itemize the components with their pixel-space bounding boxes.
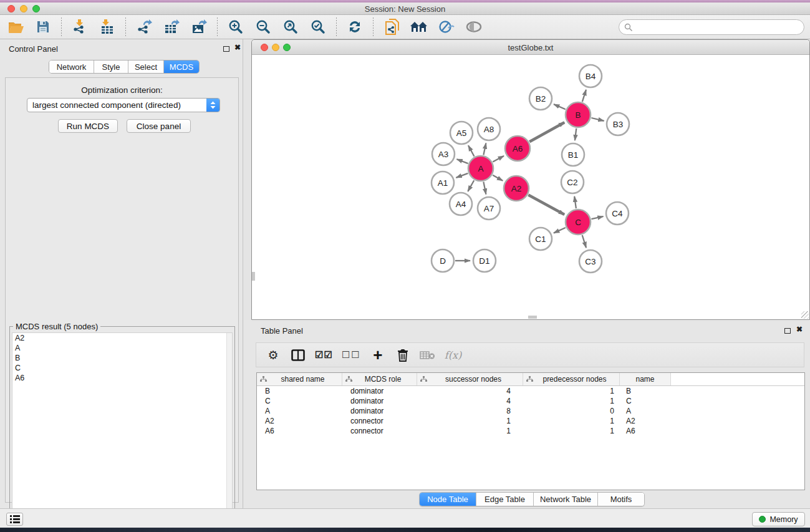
home-view-button[interactable] bbox=[407, 16, 431, 37]
list-item[interactable]: A6 bbox=[12, 373, 232, 383]
zoom-out-button[interactable] bbox=[251, 16, 275, 37]
close-table-panel-icon[interactable]: ✖ bbox=[796, 325, 803, 334]
graph-edge-C-C1[interactable] bbox=[554, 228, 566, 233]
export-network-button[interactable] bbox=[132, 16, 156, 37]
tab-edge-table[interactable]: Edge Table bbox=[476, 493, 534, 506]
function-builder-button[interactable]: f(x) bbox=[445, 346, 461, 364]
graph-edge-C-C3[interactable] bbox=[582, 235, 586, 248]
table-settings-button[interactable]: ⚙ bbox=[265, 346, 281, 364]
column-header-successor-nodes[interactable]: successor nodes bbox=[417, 373, 523, 385]
column-header-name[interactable]: name bbox=[620, 373, 671, 385]
refresh-button[interactable] bbox=[343, 16, 367, 37]
graph-edge-A-A4[interactable] bbox=[468, 180, 474, 191]
toolbar-separator bbox=[373, 17, 374, 36]
graph-edge-B-B1[interactable] bbox=[575, 128, 576, 140]
node-table[interactable]: shared name MCDS role successor nodes pr… bbox=[256, 372, 805, 490]
graph-edge-A-A3[interactable] bbox=[457, 159, 468, 163]
add-row-button[interactable]: + bbox=[370, 346, 386, 364]
column-header-shared-name[interactable]: shared name bbox=[257, 373, 342, 385]
import-network-button[interactable] bbox=[68, 16, 92, 37]
graph-edge-A6-B[interactable] bbox=[529, 122, 564, 142]
export-image-button[interactable] bbox=[187, 16, 211, 37]
graph-edge-C-C4[interactable] bbox=[592, 216, 604, 219]
task-history-button[interactable] bbox=[6, 513, 23, 526]
column-header-predecessor-nodes[interactable]: predecessor nodes bbox=[523, 373, 620, 385]
float-panel-icon[interactable] bbox=[223, 46, 229, 52]
search-field[interactable] bbox=[619, 19, 804, 35]
list-item[interactable]: A2 bbox=[12, 333, 232, 343]
zoom-selected-button[interactable] bbox=[306, 16, 330, 37]
vertical-scroll-indicator[interactable] bbox=[252, 272, 255, 281]
tab-mcds[interactable]: MCDS bbox=[164, 60, 199, 73]
open-session-button[interactable] bbox=[4, 16, 27, 37]
select-all-button[interactable]: ☑☑ bbox=[315, 346, 333, 364]
graph-edge-A-A5[interactable] bbox=[468, 145, 475, 157]
zoom-fit-icon bbox=[282, 19, 299, 35]
export-table-icon bbox=[163, 19, 180, 35]
column-header-mcds-role[interactable]: MCDS role bbox=[342, 373, 417, 385]
mcds-result-list[interactable]: A2 A B C A6 bbox=[12, 332, 233, 532]
tab-network[interactable]: Network bbox=[49, 60, 94, 73]
graph-edge-A2-C[interactable] bbox=[528, 195, 564, 215]
duplicate-network-button[interactable] bbox=[380, 16, 403, 37]
attribute-icon bbox=[345, 376, 352, 382]
list-item[interactable]: A bbox=[12, 343, 232, 353]
float-table-panel-icon[interactable] bbox=[784, 328, 791, 334]
tab-select[interactable]: Select bbox=[128, 60, 164, 73]
table-row[interactable]: C dominator 4 1 C bbox=[257, 396, 804, 406]
list-item[interactable]: B bbox=[12, 353, 232, 363]
graph-edge-B-B3[interactable] bbox=[591, 118, 604, 121]
export-table-button[interactable] bbox=[160, 16, 183, 37]
run-mcds-button[interactable]: Run MCDS bbox=[58, 119, 118, 133]
graph-edge-A-A6[interactable] bbox=[493, 156, 504, 162]
graph-edge-A-A7[interactable] bbox=[483, 182, 486, 195]
criterion-value: largest connected component (directed) bbox=[27, 100, 206, 110]
graph-edge-A-A2[interactable] bbox=[493, 175, 503, 181]
network-canvas[interactable]: B4B2BB3A8A5A6A3B1AC2A1A2A4A7C4CC1DD1C3 bbox=[252, 55, 809, 319]
graph-edge-A-A8[interactable] bbox=[483, 143, 486, 155]
tab-network-table[interactable]: Network Table bbox=[534, 493, 598, 506]
graph-node-label: C4 bbox=[612, 209, 623, 218]
graph-edge-C-C2[interactable] bbox=[574, 196, 576, 208]
deselect-all-button[interactable]: ☐☐ bbox=[342, 346, 361, 364]
resize-grip[interactable] bbox=[801, 311, 809, 319]
control-panel-tabs: Network Style Select MCDS bbox=[49, 60, 200, 74]
show-hide-button[interactable] bbox=[462, 16, 486, 37]
export-image-icon bbox=[191, 19, 207, 35]
table-row[interactable]: A2 connector 1 1 A2 bbox=[257, 416, 804, 426]
zoom-fit-button[interactable] bbox=[279, 16, 302, 37]
import-table-button[interactable] bbox=[95, 16, 119, 37]
delete-row-button[interactable] bbox=[395, 346, 411, 364]
status-bar: Memory bbox=[0, 508, 810, 528]
import-network-icon bbox=[72, 19, 88, 35]
criterion-dropdown[interactable]: largest connected component (directed) bbox=[27, 98, 220, 112]
tab-motifs[interactable]: Motifs bbox=[598, 493, 644, 506]
memory-button[interactable]: Memory bbox=[752, 512, 805, 526]
graph-node-label: D bbox=[440, 256, 446, 266]
delete-table-button[interactable] bbox=[420, 346, 436, 364]
hide-labels-icon bbox=[438, 19, 455, 34]
table-row[interactable]: A6 connector 1 1 A6 bbox=[257, 426, 804, 436]
horizontal-scroll-indicator[interactable] bbox=[528, 316, 537, 319]
tab-style[interactable]: Style bbox=[94, 60, 128, 73]
save-session-button[interactable] bbox=[31, 16, 55, 37]
zoom-in-button[interactable] bbox=[224, 16, 248, 37]
graph-node-label: B bbox=[575, 110, 581, 120]
close-panel-button[interactable]: Close panel bbox=[127, 119, 191, 133]
network-view-title: testGlobe.txt bbox=[252, 43, 809, 52]
table-row[interactable]: A dominator 8 0 A bbox=[257, 406, 804, 416]
graph-edge-A-A1[interactable] bbox=[456, 173, 468, 178]
list-scrollbar[interactable] bbox=[226, 333, 232, 532]
hide-labels-button[interactable] bbox=[435, 16, 458, 37]
table-row[interactable]: B dominator 4 1 B bbox=[257, 386, 804, 396]
tab-node-table[interactable]: Node Table bbox=[420, 493, 476, 506]
graph-edge-B-B4[interactable] bbox=[582, 90, 586, 102]
duplicate-network-icon bbox=[383, 18, 400, 36]
graph-edge-B-B2[interactable] bbox=[554, 104, 566, 109]
search-input[interactable] bbox=[633, 21, 804, 34]
list-item[interactable]: C bbox=[12, 363, 232, 373]
network-view-titlebar[interactable]: testGlobe.txt bbox=[252, 40, 809, 55]
close-panel-icon[interactable]: ✖ bbox=[234, 43, 241, 52]
show-columns-button[interactable] bbox=[290, 346, 306, 364]
network-graph[interactable]: B4B2BB3A8A5A6A3B1AC2A1A2A4A7C4CC1DD1C3 bbox=[252, 55, 809, 319]
